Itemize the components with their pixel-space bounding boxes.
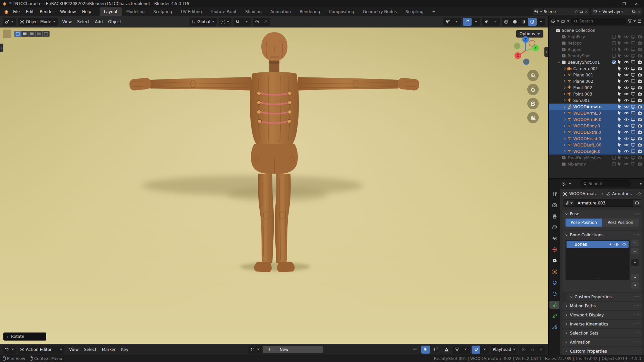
outliner-item-name[interactable]: FinalOnlyMeshes: [568, 156, 612, 160]
hide-icon[interactable]: [624, 41, 629, 46]
outliner-item-name[interactable]: WOODHead.0: [573, 136, 617, 141]
outliner-row[interactable]: HighPoly: [549, 34, 644, 40]
minimize-button[interactable]: ─: [606, 2, 618, 6]
panel-viewport-display[interactable]: Viewport Display::::: [562, 311, 642, 319]
selectable-icon[interactable]: [617, 162, 623, 167]
playhead-snap-selector[interactable]: Playhead: [491, 346, 518, 354]
dopesheet-editor-type-button[interactable]: [3, 346, 16, 354]
hide-icon[interactable]: [624, 117, 629, 122]
workspace-tab-uv-editing[interactable]: UV Editing: [176, 7, 206, 16]
rest-position-button[interactable]: Rest Position: [602, 219, 639, 227]
viewport-disable-icon[interactable]: [630, 136, 636, 141]
hide-icon[interactable]: [624, 136, 629, 141]
hide-icon[interactable]: [624, 130, 629, 135]
selectable-icon[interactable]: [617, 41, 623, 46]
properties-editor-icon[interactable]: [562, 182, 567, 186]
select-mode-intersect[interactable]: [43, 31, 49, 37]
operator-panel-collapsed[interactable]: Rotate: [3, 333, 46, 341]
viewport-disable-icon[interactable]: [630, 41, 636, 46]
outliner-row[interactable]: BeautyShot: [549, 53, 644, 59]
hide-icon[interactable]: [624, 162, 629, 167]
fake-user-shield-icon[interactable]: [633, 199, 641, 207]
hide-icon[interactable]: [624, 85, 629, 90]
render-disable-icon[interactable]: [637, 34, 643, 39]
expand-icon[interactable]: [562, 67, 567, 70]
properties-tab-render[interactable]: [549, 201, 559, 209]
hide-icon[interactable]: [624, 149, 629, 154]
shading-solid-button[interactable]: [511, 18, 519, 26]
shading-wireframe-button[interactable]: [502, 18, 511, 26]
viewport-menu-view[interactable]: View: [60, 18, 74, 25]
render-disable-icon[interactable]: [637, 104, 643, 109]
hide-icon[interactable]: [624, 98, 629, 103]
outliner-item-name[interactable]: WOODExtra.0: [573, 130, 617, 135]
properties-tab-collection[interactable]: [549, 256, 559, 264]
selectable-icon[interactable]: [617, 85, 623, 90]
viewport-disable-icon[interactable]: [630, 155, 636, 160]
shading-rendered-button[interactable]: [528, 18, 537, 26]
selectable-icon[interactable]: [617, 34, 623, 39]
sidebar-expand-tab[interactable]: ‹: [544, 47, 548, 57]
shading-material-button[interactable]: [519, 18, 528, 26]
box-select-icon[interactable]: [432, 346, 440, 354]
menu-file[interactable]: File: [10, 8, 23, 15]
properties-tab-tool[interactable]: [549, 190, 559, 198]
workspace-tab-modeling[interactable]: Modeling: [122, 7, 149, 16]
new-collection-button[interactable]: [637, 19, 642, 23]
render-disable-icon[interactable]: [637, 92, 643, 97]
viewport-disable-icon[interactable]: [630, 98, 636, 103]
panel-grip[interactable]: ::::: [634, 341, 639, 344]
render-disable-icon[interactable]: [637, 98, 643, 103]
viewport-disable-icon[interactable]: [630, 130, 636, 135]
outliner-item-name[interactable]: HighPoly: [568, 35, 612, 39]
render-disable-icon[interactable]: [637, 66, 643, 71]
render-disable-icon[interactable]: [637, 53, 643, 58]
properties-search-input[interactable]: [589, 181, 628, 186]
workspace-tab-geometry-nodes[interactable]: Geometry Nodes: [359, 7, 401, 16]
outliner-row[interactable]: MixamoV: [549, 161, 644, 167]
viewport-menu-object[interactable]: Object: [105, 18, 124, 25]
hide-icon[interactable]: [624, 123, 629, 128]
viewport-disable-icon[interactable]: [630, 79, 636, 84]
new-viewlayer-icon[interactable]: [632, 10, 636, 14]
selectable-icon[interactable]: [617, 142, 623, 147]
show-overlays-toggle[interactable]: [463, 18, 472, 26]
bone-collection-name[interactable]: Bones: [575, 242, 587, 247]
outliner-item-name[interactable]: BeautyShot: [568, 54, 612, 58]
new-scene-icon[interactable]: [579, 10, 583, 14]
viewport-disable-icon[interactable]: [630, 47, 636, 52]
outliner-item-name[interactable]: WOODArmL.0: [573, 111, 617, 116]
outliner-row[interactable]: Camera.001: [549, 65, 644, 72]
panel-grip[interactable]: ::::: [634, 313, 639, 317]
snap-options-dropdown[interactable]: [242, 18, 251, 26]
outliner-row[interactable]: WOODLefL.00: [549, 142, 644, 148]
viewport-disable-icon[interactable]: [630, 111, 636, 116]
expand-icon[interactable]: [562, 118, 567, 121]
render-disable-icon[interactable]: [637, 60, 643, 65]
bone-collections-header[interactable]: Bone Collections ::::: [562, 231, 642, 239]
outliner-item-name[interactable]: MixamoV: [568, 162, 612, 167]
render-disable-icon[interactable]: [637, 155, 643, 160]
selectable-icon[interactable]: [617, 47, 623, 52]
bone-collections-list[interactable]: Bones ::::: [566, 240, 630, 280]
pin-icon[interactable]: [637, 192, 641, 196]
render-disable-icon[interactable]: [637, 136, 643, 141]
outliner-item-name[interactable]: Camera.001: [573, 66, 617, 71]
outliner-item-name[interactable]: Scene Collection: [562, 28, 643, 33]
workspace-tab-rendering[interactable]: Rendering: [295, 7, 324, 16]
render-disable-icon[interactable]: [637, 111, 643, 116]
expand-icon[interactable]: [562, 143, 567, 146]
scene-selector[interactable]: Scene ✕: [533, 8, 589, 15]
pan-button[interactable]: [527, 84, 539, 95]
outliner-row[interactable]: Rigged: [549, 46, 644, 53]
panel-grip[interactable]: ::::: [634, 304, 639, 308]
expand-icon[interactable]: [562, 112, 567, 115]
navigation-gizmo[interactable]: Z Y X: [511, 35, 540, 66]
workspace-tab-animation[interactable]: Animation: [266, 7, 295, 16]
select-mode-extend[interactable]: [21, 31, 28, 37]
hide-icon[interactable]: [624, 72, 629, 77]
pose-position-button[interactable]: Pose Position: [566, 219, 602, 227]
panel-grip[interactable]: ::::: [634, 350, 639, 353]
outliner-search[interactable]: [571, 18, 626, 24]
outliner-item-name[interactable]: WOODBody.0: [573, 124, 617, 128]
